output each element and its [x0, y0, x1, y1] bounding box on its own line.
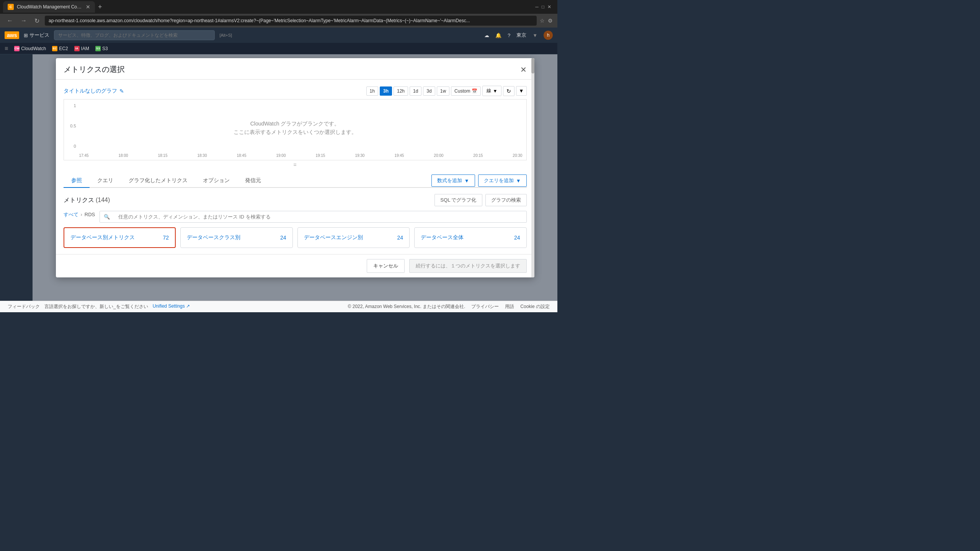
cancel-button[interactable]: キャンセル	[367, 259, 405, 273]
help-icon[interactable]: ?	[508, 33, 510, 38]
time-3d-button[interactable]: 3d	[423, 86, 435, 96]
bottom-right: © 2022, Amazon Web Services, Inc. またはその関…	[348, 303, 550, 310]
region-selector[interactable]: 東京	[516, 32, 526, 39]
sidebar-item-s3[interactable]: S3 S3	[95, 46, 108, 51]
chart-type-selector[interactable]: 線 ▼	[482, 86, 501, 96]
time-3h-button[interactable]: 3h	[380, 86, 392, 96]
card-db-metrics-label: データベース別メトリクス	[70, 234, 135, 241]
x-label-1930: 19:30	[355, 153, 364, 158]
add-formula-dropdown-icon[interactable]: ▼	[464, 178, 469, 184]
add-formula-button[interactable]: 数式を追加 ▼	[431, 174, 475, 187]
metrics-actions: SQL でグラフ化 グラフの検索	[434, 194, 526, 206]
scrollbar-track[interactable]	[531, 58, 534, 277]
sidebar-item-ec2[interactable]: EC EC2	[52, 46, 68, 51]
card-db-engine[interactable]: データベースエンジン別 24	[297, 227, 410, 248]
add-query-button[interactable]: クエリを追加 ▼	[478, 174, 527, 187]
bottom-left: フィードバック 言語選択をお探しですか、新しい_をご覧ください Unified …	[8, 303, 190, 310]
card-db-metrics-count: 72	[163, 235, 169, 241]
search-graph-button[interactable]: グラフの検索	[485, 194, 527, 206]
sidebar-item-iam[interactable]: IA IAM	[74, 46, 89, 51]
cookies-link[interactable]: Cookie の設定	[520, 303, 550, 310]
card-db-class[interactable]: データベースクラス別 24	[180, 227, 293, 248]
cloudwatch-badge: CW	[14, 46, 20, 51]
user-avatar[interactable]: h	[544, 31, 553, 40]
time-1h-button[interactable]: 1h	[366, 86, 378, 96]
back-button[interactable]: ←	[5, 16, 15, 25]
sql-graph-button[interactable]: SQL でグラフ化	[434, 194, 482, 206]
modal-overlay: メトリクスの選択 ✕ タイトルなしのグラフ ✎ 1h 3h 12h 1d	[33, 54, 557, 301]
sidebar-item-cloudwatch[interactable]: CW CloudWatch	[14, 46, 46, 51]
forward-button[interactable]: →	[18, 16, 29, 25]
time-custom-button[interactable]: Custom 📅	[451, 86, 481, 96]
terms-link[interactable]: 用語	[505, 303, 514, 310]
extensions-icon[interactable]: ⚙	[548, 18, 553, 24]
more-options-button[interactable]: ▼	[516, 86, 526, 96]
hamburger-icon[interactable]: ≡	[5, 45, 8, 52]
tab-close-button[interactable]: ✕	[86, 4, 90, 10]
refresh-button[interactable]: ↻	[503, 86, 514, 96]
graph-header: タイトルなしのグラフ ✎ 1h 3h 12h 1d 3d 1w Custom 📅	[64, 86, 527, 96]
x-label-1900: 19:00	[276, 153, 286, 158]
tab-ref[interactable]: 参照	[64, 174, 90, 188]
feedback-link[interactable]: フィードバック	[8, 303, 40, 310]
search-icon: 🔍	[100, 211, 114, 222]
new-tab-button[interactable]: +	[98, 3, 102, 11]
edit-icon: ✎	[119, 88, 124, 94]
region-dropdown-icon[interactable]: ▼	[532, 33, 537, 38]
copyright-text: © 2022, Amazon Web Services, Inc. またはその関…	[348, 303, 466, 310]
minimize-button[interactable]: ─	[535, 4, 539, 10]
tab-options[interactable]: オプション	[195, 174, 237, 188]
time-1d-button[interactable]: 1d	[410, 86, 421, 96]
address-bar-icons: ☆ ⚙	[540, 18, 553, 24]
metrics-section-header: メトリクス (144) SQL でグラフ化 グラフの検索	[64, 194, 527, 206]
bottom-bar: フィードバック 言語選択をお探しですか、新しい_をご覧ください Unified …	[0, 301, 557, 312]
close-button[interactable]: ✕	[547, 4, 551, 10]
window-controls: ─ □ ✕	[535, 4, 554, 10]
calendar-icon: 📅	[472, 88, 477, 94]
metrics-search-container: 🔍	[100, 211, 526, 223]
url-input[interactable]	[45, 16, 537, 26]
search-shortcut: [Alt+S]	[219, 33, 232, 37]
privacy-link[interactable]: プライバシー	[471, 303, 499, 310]
restore-button[interactable]: □	[542, 4, 544, 10]
time-1w-button[interactable]: 1w	[437, 86, 449, 96]
ec2-badge: EC	[52, 46, 57, 51]
aws-nav-icons: ☁ 🔔 ? 東京 ▼ h	[484, 31, 553, 40]
aws-search-bar[interactable]	[54, 30, 215, 40]
y-axis: 1 0.5 0	[64, 99, 78, 160]
left-sidebar	[0, 54, 33, 301]
tab-source[interactable]: 発信元	[237, 174, 269, 188]
card-db-engine-count: 24	[397, 235, 403, 241]
browser-tab[interactable]: C CloudWatch Management Cons... ✕	[3, 1, 95, 13]
add-query-dropdown-icon[interactable]: ▼	[516, 178, 521, 184]
card-db-metrics[interactable]: データベース別メトリクス 72	[64, 227, 176, 248]
graph-title[interactable]: タイトルなしのグラフ ✎	[64, 88, 124, 95]
breadcrumb-all[interactable]: すべて	[64, 211, 78, 218]
reload-button[interactable]: ↻	[32, 16, 42, 25]
dialog-close-button[interactable]: ✕	[520, 65, 527, 74]
x-label-1945: 19:45	[394, 153, 404, 158]
address-bar: ← → ↻ ☆ ⚙	[0, 14, 557, 28]
chart-type-dropdown-icon: ▼	[493, 88, 497, 94]
drag-handle[interactable]: =	[64, 160, 527, 170]
scrollbar-thumb[interactable]	[531, 58, 534, 73]
x-label-1915: 19:15	[315, 153, 325, 158]
dialog-body: タイトルなしのグラフ ✎ 1h 3h 12h 1d 3d 1w Custom 📅	[56, 80, 534, 254]
aws-services-menu[interactable]: ⊞ サービス	[24, 32, 49, 39]
time-12h-button[interactable]: 12h	[394, 86, 408, 96]
aws-search-input[interactable]	[54, 30, 215, 40]
card-db-class-label: データベースクラス別	[187, 234, 240, 241]
bookmark-icon[interactable]: ☆	[540, 18, 545, 24]
metrics-search-input[interactable]	[114, 211, 526, 222]
cloud-icon[interactable]: ☁	[484, 33, 489, 38]
tab-actions: 数式を追加 ▼ クエリを追加 ▼	[431, 174, 527, 187]
dialog-title: メトリクスの選択	[64, 64, 125, 75]
tab-graphed-metrics[interactable]: グラフ化したメトリクス	[121, 174, 195, 188]
y-label-0: 0	[64, 144, 78, 148]
tab-query[interactable]: クエリ	[90, 174, 121, 188]
grid-icon: ⊞	[24, 33, 28, 38]
breadcrumb-rds: RDS	[85, 212, 95, 217]
unified-settings-link[interactable]: Unified Settings ↗	[153, 303, 190, 310]
card-db-total[interactable]: データベース全体 24	[414, 227, 527, 248]
bell-icon[interactable]: 🔔	[495, 33, 501, 38]
